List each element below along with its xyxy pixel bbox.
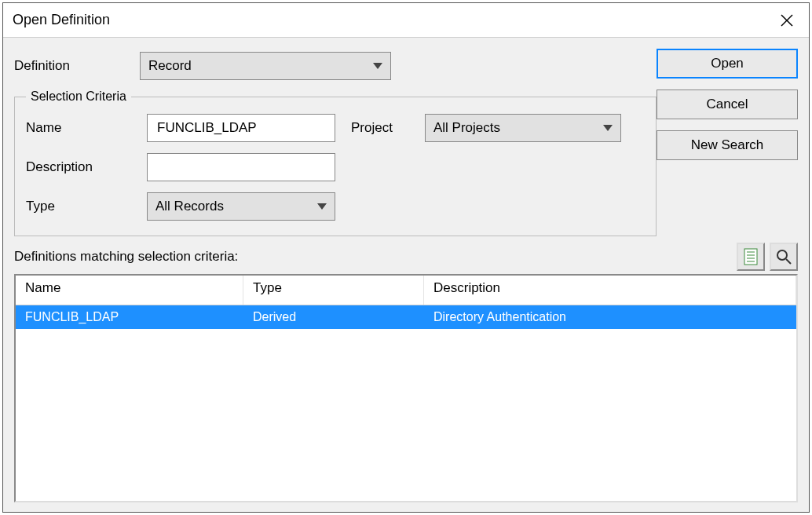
svg-rect-2 xyxy=(744,249,757,265)
left-column: Definition Record Selection Criteria Nam… xyxy=(14,49,657,236)
svg-point-7 xyxy=(777,250,787,260)
type-combo[interactable]: All Records xyxy=(147,192,335,221)
name-input[interactable] xyxy=(147,114,335,142)
close-icon xyxy=(780,13,794,27)
list-sheet-icon xyxy=(743,248,759,265)
description-label: Description xyxy=(26,159,136,175)
client-area: Definition Record Selection Criteria Nam… xyxy=(3,38,809,512)
svg-line-8 xyxy=(786,259,791,264)
definition-row: Definition Record xyxy=(14,49,657,83)
type-combo-value: All Records xyxy=(155,199,224,214)
selection-criteria-legend: Selection Criteria xyxy=(26,89,131,104)
description-input-field[interactable] xyxy=(155,159,327,176)
cancel-button[interactable]: Cancel xyxy=(657,89,798,119)
selection-criteria-group: Selection Criteria Name Project All Proj… xyxy=(14,89,657,236)
row-name: FUNCLIB_LDAP xyxy=(16,309,243,326)
results-listview[interactable]: Name Type Description FUNCLIB_LDAP Deriv… xyxy=(14,274,798,502)
new-search-button[interactable]: New Search xyxy=(657,130,798,160)
project-combo-value: All Projects xyxy=(433,120,500,136)
name-row: Name Project All Projects xyxy=(26,108,645,148)
select-to-list-button[interactable] xyxy=(737,243,765,271)
project-combo[interactable]: All Projects xyxy=(425,114,621,142)
chevron-down-icon xyxy=(373,63,382,69)
name-input-field[interactable] xyxy=(155,119,327,137)
results-header: Name Type Description xyxy=(16,276,796,305)
description-input[interactable] xyxy=(147,153,335,181)
column-description[interactable]: Description xyxy=(424,276,796,305)
column-name[interactable]: Name xyxy=(16,276,243,305)
name-label: Name xyxy=(26,120,136,136)
close-button[interactable] xyxy=(771,5,803,36)
open-button[interactable]: Open xyxy=(657,49,798,79)
magnifier-icon xyxy=(775,248,792,265)
chevron-down-icon xyxy=(603,125,613,131)
definition-combo-value: Record xyxy=(148,58,192,74)
type-label: Type xyxy=(26,199,136,214)
results-caption: Definitions matching selection criteria: xyxy=(14,249,732,265)
button-column: Open Cancel New Search xyxy=(657,49,798,160)
project-label: Project xyxy=(351,120,414,136)
dialog-title: Open Definition xyxy=(13,12,771,28)
description-row: Description xyxy=(26,148,645,187)
definition-combo[interactable]: Record xyxy=(140,52,391,80)
definition-label: Definition xyxy=(14,58,140,74)
search-again-button[interactable] xyxy=(770,243,798,271)
type-row: Type All Records xyxy=(26,187,645,226)
results-row[interactable]: FUNCLIB_LDAP Derived Directory Authentic… xyxy=(16,305,796,329)
results-toolbar: Definitions matching selection criteria: xyxy=(14,236,798,274)
top-area: Definition Record Selection Criteria Nam… xyxy=(14,49,798,236)
titlebar: Open Definition xyxy=(3,3,809,38)
column-type[interactable]: Type xyxy=(243,276,424,305)
open-definition-dialog: Open Definition Definition Record xyxy=(2,2,810,513)
chevron-down-icon xyxy=(317,203,327,210)
row-description: Directory Authentication xyxy=(424,309,796,326)
row-type: Derived xyxy=(243,309,424,326)
